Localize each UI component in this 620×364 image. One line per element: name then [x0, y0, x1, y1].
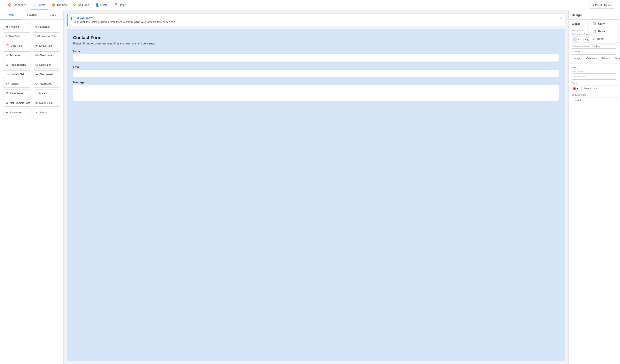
form-description: Please fill out to contact us regarding …: [73, 42, 559, 45]
menu-copy[interactable]: 📋 Copy: [589, 20, 617, 28]
field-btn-radio-buttons[interactable]: ⊙Radio Buttons: [3, 61, 31, 68]
field-btn-recaptcha[interactable]: 🛡reCaptcha: [33, 80, 60, 88]
nav-dashboard[interactable]: 🏠 Dashboard: [5, 0, 29, 10]
recaptcha-label: reCaptcha: [40, 82, 52, 85]
create-new-button[interactable]: + Create New ▾: [589, 2, 615, 9]
panel-tabs: Fields Settings Code: [0, 10, 63, 20]
form-input-email[interactable]: [73, 70, 559, 77]
text-color-input[interactable]: [581, 86, 619, 91]
more-options-button[interactable]: ⋮: [613, 13, 617, 17]
text-section: Text Font Family Color ⊠ ▼ Text Alignmen…: [569, 63, 620, 106]
email-field-label: Email Field: [39, 44, 52, 47]
heading-icon: H: [6, 25, 8, 28]
submit-icon: ✓: [35, 111, 38, 114]
number-field-icon: 123: [35, 34, 40, 38]
form-group-name: Name: [73, 50, 559, 62]
right-panel: Design ⋮ 📋 Copy 📋 Paste ↺ Reset Global ∧: [568, 10, 620, 364]
field-btn-spacer[interactable]: ↕Spacer: [33, 90, 60, 97]
menu-paste[interactable]: 📋 Paste: [589, 28, 617, 35]
field-btn-checkboxes[interactable]: ☑Checkboxes: [33, 51, 60, 59]
copy-label: Copy: [598, 22, 605, 25]
field-btn-date-field[interactable]: 📅Date Field: [3, 42, 31, 49]
radio-buttons-icon: ⊙: [6, 63, 8, 66]
field-btn-heading[interactable]: HHeading: [3, 23, 31, 30]
email-field-icon: ✉: [35, 44, 38, 47]
field-btn-signature[interactable]: ✒Signature: [3, 108, 31, 116]
checkboxes-icon: ☑: [35, 54, 38, 57]
filter-gradients[interactable]: Gradients: [584, 56, 599, 61]
field-btn-paragraph[interactable]: ¶Paragraph: [33, 23, 60, 30]
submit-label: Submit: [39, 111, 47, 114]
radio-buttons-label: Radio Buttons: [10, 63, 26, 66]
home-icon: 🏠: [8, 3, 11, 7]
field-btn-email-field[interactable]: ✉Email Field: [33, 42, 60, 49]
alignment-input[interactable]: [572, 97, 617, 103]
field-btn-submit[interactable]: ✓Submit: [33, 108, 60, 116]
hidden-field-label: Hidden Field: [11, 73, 25, 76]
field-btn-select-list[interactable]: ⊟Select List: [33, 61, 60, 68]
net-promoter-score-icon: ★: [6, 101, 8, 104]
form-input-name[interactable]: [73, 54, 559, 62]
form-label-name: Name: [73, 50, 559, 53]
field-btn-text-area[interactable]: ✏Text Area: [3, 51, 31, 59]
form-label-message: Message: [73, 81, 559, 84]
bg-image-label: Background Image / Gradient: [572, 45, 617, 47]
checkboxes-label: Checkboxes: [40, 54, 54, 57]
chevron-down-icon: ▼: [578, 39, 580, 41]
field-btn-file-upload[interactable]: ☁File Upload: [33, 70, 60, 78]
font-family-input[interactable]: [572, 74, 617, 80]
form-preview: Contact Form Please fill out to contact …: [67, 29, 565, 361]
text-color-row: ⊠ ▼: [572, 86, 617, 91]
alignment-label: Text Alignment: [572, 94, 617, 96]
filter-others[interactable]: Others: [613, 56, 620, 61]
signature-label: Signature: [10, 111, 21, 114]
filter-patterns[interactable]: Patterns: [599, 56, 612, 61]
form-group-email: Email: [73, 65, 559, 77]
hidden-field-icon: 👓: [6, 73, 9, 76]
info-banner: ℹ Did you know? Just Click the Fields or…: [67, 14, 565, 26]
tab-fields[interactable]: Fields: [0, 10, 21, 19]
tab-settings[interactable]: Settings: [21, 10, 42, 19]
menu-reset[interactable]: ↺ Reset: [589, 35, 617, 43]
page-break-icon: ⊠: [6, 92, 8, 95]
form-label-email: Email: [73, 65, 559, 68]
field-btn-matrix-field[interactable]: ⊞Matrix Field: [33, 99, 60, 106]
heading-label: Heading: [9, 25, 19, 28]
text-color-swatch-button[interactable]: ⊠ ▼: [572, 86, 580, 91]
global-label: Global: [572, 22, 580, 25]
filter-images[interactable]: Images: [572, 56, 583, 61]
field-btn-hidden-field[interactable]: 👓Hidden Field: [3, 70, 31, 78]
nav-forms[interactable]: 📄 Forms: [30, 0, 48, 10]
field-btn-page-break[interactable]: ⊠Page Break: [3, 90, 31, 97]
form-title: Contact Form: [73, 35, 559, 40]
form-group-message: Message: [73, 81, 559, 102]
bg-color-swatch-button[interactable]: ▼: [572, 36, 581, 43]
users-icon: 👤: [95, 3, 99, 7]
page-break-label: Page Break: [10, 92, 23, 95]
spacer-icon: ↕: [35, 92, 37, 95]
help-icon: ❓: [114, 3, 118, 7]
nav-forms-label: Forms: [38, 3, 46, 7]
nav-users[interactable]: 👤 Users: [93, 0, 110, 10]
field-btn-text-field[interactable]: ≡Text Field: [3, 32, 31, 40]
file-upload-label: File Upload: [40, 73, 53, 76]
field-btn-net-promoter-score[interactable]: ★Net Promoter Score: [3, 99, 31, 106]
info-icon: ℹ: [71, 17, 72, 21]
form-textarea-message[interactable]: [73, 85, 559, 101]
bg-image-input[interactable]: [572, 48, 617, 55]
nav-help[interactable]: ❓ Help ▾: [111, 0, 130, 10]
text-area-icon: ✏: [6, 54, 8, 57]
snippet-label: Snippet: [11, 82, 19, 85]
nav-themes[interactable]: 🎨 Themes: [49, 0, 70, 10]
matrix-field-icon: ⊞: [35, 101, 38, 104]
field-btn-snippet[interactable]: <>Snippet: [3, 80, 31, 88]
reset-icon: ↺: [592, 37, 595, 41]
tab-code[interactable]: Code: [42, 10, 63, 19]
create-new-label: + Create New ▾: [593, 4, 612, 7]
nav-addons[interactable]: 🧩 Add-Ons: [70, 0, 92, 10]
field-btn-number-field[interactable]: 123Number Field: [33, 32, 60, 40]
spacer-label: Spacer: [38, 92, 46, 95]
info-close-button[interactable]: ✕: [560, 16, 563, 20]
file-upload-icon: ☁: [35, 73, 38, 76]
nav-addons-label: Add-Ons: [78, 3, 89, 7]
